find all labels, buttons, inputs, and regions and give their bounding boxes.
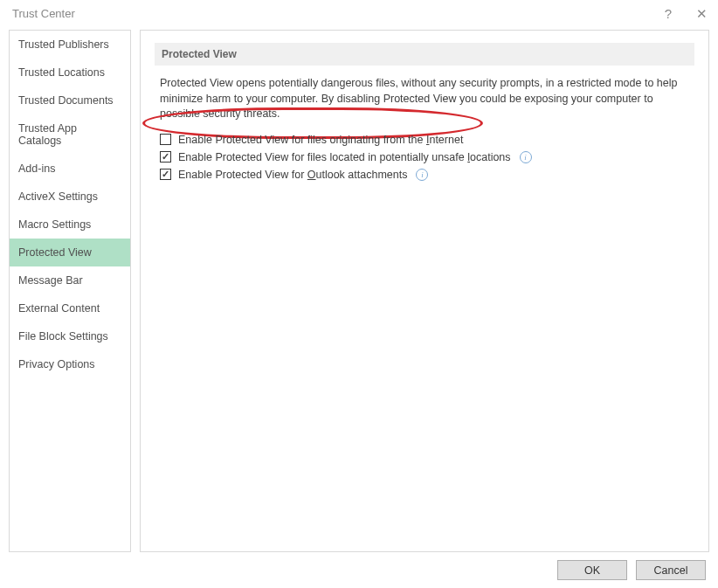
close-icon[interactable]: ✕ (696, 7, 708, 20)
info-icon[interactable]: i (416, 169, 428, 181)
option-unsafe-locations[interactable]: Enable Protected View for files located … (155, 149, 694, 166)
option-outlook-attachments[interactable]: Enable Protected View for Outlook attach… (155, 166, 694, 183)
sidebar-item-trusted-documents[interactable]: Trusted Documents (10, 86, 130, 114)
sidebar-item-macro-settings[interactable]: Macro Settings (10, 211, 130, 239)
sidebar-item-privacy-options[interactable]: Privacy Options (10, 350, 130, 378)
option-unsafe-locations-label: Enable Protected View for files located … (178, 151, 511, 163)
sidebar: Trusted Publishers Trusted Locations Tru… (9, 30, 131, 552)
titlebar-controls: ? ✕ (665, 7, 708, 20)
ok-button[interactable]: OK (557, 560, 627, 580)
sidebar-item-add-ins[interactable]: Add-ins (10, 155, 130, 183)
info-icon[interactable]: i (520, 151, 532, 163)
option-internet-label: Enable Protected View for files originat… (178, 134, 463, 146)
content-panel: Protected View Protected View opens pote… (140, 30, 709, 552)
option-internet[interactable]: Enable Protected View for files originat… (155, 131, 694, 149)
sidebar-item-message-bar[interactable]: Message Bar (10, 266, 130, 294)
sidebar-item-trusted-locations[interactable]: Trusted Locations (10, 59, 130, 86)
titlebar: Trust Center ? ✕ (0, 0, 718, 26)
cancel-button[interactable]: Cancel (636, 560, 706, 580)
sidebar-item-file-block-settings[interactable]: File Block Settings (10, 322, 130, 350)
option-outlook-attachments-label: Enable Protected View for Outlook attach… (178, 169, 407, 181)
sidebar-item-protected-view[interactable]: Protected View (10, 239, 130, 266)
window-title: Trust Center (12, 7, 75, 20)
sidebar-item-external-content[interactable]: External Content (10, 294, 130, 322)
dialog-footer: OK Cancel (0, 552, 718, 588)
help-icon[interactable]: ? (665, 7, 672, 20)
sidebar-item-trusted-app-catalogs[interactable]: Trusted App Catalogs (10, 114, 130, 155)
sidebar-item-trusted-publishers[interactable]: Trusted Publishers (10, 31, 130, 59)
checkbox-outlook-attachments[interactable] (160, 169, 171, 180)
sidebar-item-activex-settings[interactable]: ActiveX Settings (10, 183, 130, 211)
checkbox-internet[interactable] (160, 134, 171, 145)
checkbox-unsafe-locations[interactable] (160, 151, 171, 163)
section-header: Protected View (155, 43, 694, 66)
section-description: Protected View opens potentially dangero… (155, 76, 694, 131)
